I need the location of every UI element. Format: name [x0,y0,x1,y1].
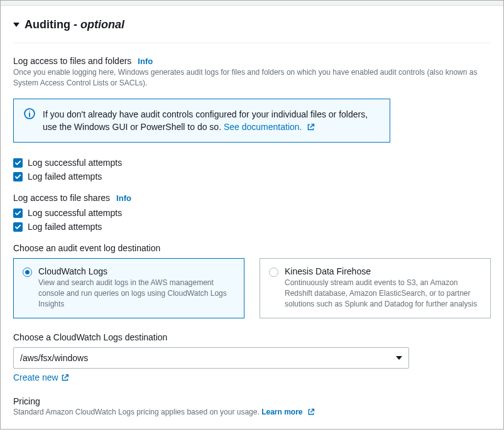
files-folders-help: Once you enable logging here, Windows ge… [13,67,491,89]
checkbox-shares-failed[interactable]: Log failed attempts [13,222,491,232]
checkbox-label: Log successful attempts [28,208,122,218]
checkbox-label: Log failed attempts [28,171,102,181]
alert-text-prefix: If you don't already have audit controls… [43,109,368,132]
alert-text: If you don't already have audit controls… [43,108,380,134]
external-link-icon [307,408,315,416]
file-shares-info-link[interactable]: Info [116,193,131,203]
learn-more-label: Learn more [261,408,302,416]
radio-title: Kinesis Data Firehose [285,266,481,276]
files-folders-label: Log access to files and folders [13,56,131,66]
checkbox-icon [13,208,23,218]
auditing-panel: Auditing - optional Log access to files … [0,0,504,430]
section-title-optional: - optional [74,18,124,31]
pricing-text-body: Standard Amazon CloudWatch Logs pricing … [13,408,261,416]
pricing-text: Standard Amazon CloudWatch Logs pricing … [13,408,491,416]
checkbox-label: Log successful attempts [28,158,122,168]
caret-down-icon [13,23,19,27]
panel-top-strip [1,1,503,6]
radio-desc: View and search audit logs in the AWS ma… [38,278,235,309]
checkbox-icon [13,222,23,232]
cw-destination-select[interactable]: /aws/fsx/windows [13,347,409,369]
radio-icon [269,268,278,277]
learn-more-link[interactable]: Learn more [261,408,315,416]
checkbox-icon [13,158,23,168]
radio-card-cloudwatch-logs[interactable]: CloudWatch Logs View and search audit lo… [13,258,244,318]
external-link-icon [61,374,69,382]
radio-card-kinesis-firehose[interactable]: Kinesis Data Firehose Continuously strea… [260,258,491,318]
file-shares-label: Log access to file shares [13,193,110,203]
radio-title: CloudWatch Logs [38,266,235,276]
info-icon [24,108,35,119]
radio-desc: Continuously stream audit events to S3, … [285,278,481,309]
checkbox-files-successful[interactable]: Log successful attempts [13,158,491,168]
svg-point-2 [29,111,30,111]
checkbox-icon [13,172,23,181]
see-documentation-link[interactable]: See documentation. [224,122,315,132]
checkbox-shares-successful[interactable]: Log successful attempts [13,208,491,218]
external-link-icon [307,123,315,131]
create-new-link[interactable]: Create new [13,372,69,382]
pricing-label: Pricing [13,396,491,406]
see-documentation-label: See documentation. [224,122,302,132]
select-value: /aws/fsx/windows [20,353,88,363]
section-title: Auditing - optional [25,18,124,31]
create-new-label: Create new [13,372,58,382]
checkbox-label: Log failed attempts [28,222,102,232]
files-folders-info-link[interactable]: Info [138,57,153,66]
radio-icon [23,268,32,277]
chevron-down-icon [396,356,402,360]
section-title-text: Auditing [25,18,70,31]
audit-controls-alert: If you don't already have audit controls… [13,99,390,143]
checkbox-files-failed[interactable]: Log failed attempts [13,171,491,181]
cw-destination-label: Choose a CloudWatch Logs destination [13,332,491,342]
destination-label: Choose an audit event log destination [13,243,491,253]
section-header-auditing[interactable]: Auditing - optional [13,14,491,43]
